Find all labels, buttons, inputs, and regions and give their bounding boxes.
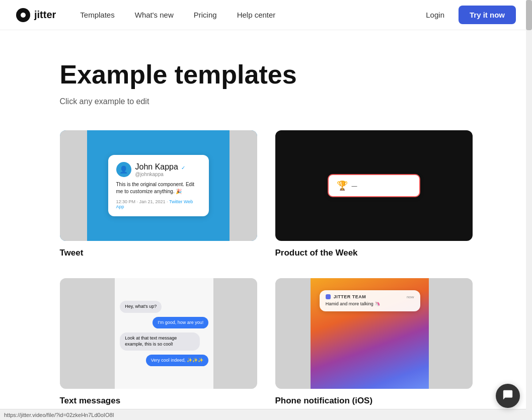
potw-emoji: 🏆 [337, 180, 348, 191]
template-thumb-tweet: 👤 John Kappa ✓ @johnkappa This is the or… [60, 130, 257, 241]
phone-side-right [429, 278, 472, 389]
template-label-messages: Text messages [60, 396, 257, 406]
phone-notif-body: Hamid and more talking 🦄 [326, 301, 414, 307]
tweet-meta: 12:30 PM · Jan 21, 2021 · Twitter Web Ap… [116, 199, 201, 209]
template-label-potw: Product of the Week [275, 248, 473, 258]
tweet-name: John Kappa ✓ [135, 162, 186, 172]
template-card-messages[interactable]: Hey, what's up? I'm good, how are you! L… [60, 278, 257, 406]
tweet-header: 👤 John Kappa ✓ @johnkappa [116, 162, 201, 177]
logo-icon [16, 8, 30, 22]
phone-notif-dot [326, 294, 331, 299]
phone-notification: Jitter Team now Hamid and more talking 🦄 [320, 290, 420, 311]
msg-bubble-1: I'm good, how are you! [153, 317, 208, 329]
template-label-phone: Phone notification (iOS) [275, 396, 473, 406]
logo-text: jitter [34, 9, 56, 21]
tweet-verified-icon: ✓ [181, 165, 185, 171]
main-content: Example templates Click any example to e… [40, 30, 493, 420]
potw-text: — [352, 183, 357, 189]
template-label-tweet: Tweet [60, 248, 257, 258]
chat-icon [502, 389, 513, 403]
tweet-source-link[interactable]: Twitter Web App [116, 199, 193, 209]
page-title: Example templates [60, 60, 473, 89]
status-bar: https://jitter.video/file/?id=02zkeHn7Ld… [0, 409, 526, 420]
template-thumb-messages: Hey, what's up? I'm good, how are you! L… [60, 278, 257, 389]
templates-grid: 👤 John Kappa ✓ @johnkappa This is the or… [60, 130, 473, 406]
tweet-side-right [230, 130, 257, 241]
page-subtitle: Click any example to edit [60, 97, 473, 106]
template-card-potw[interactable]: 🏆 — Product of the Week [275, 130, 473, 258]
messages-side-right [213, 278, 257, 389]
phone-screen: Jitter Team now Hamid and more talking 🦄 [311, 278, 429, 389]
tweet-body: This is the original component. Edit me … [116, 181, 201, 195]
tweet-side-left [60, 130, 88, 241]
nav-right: Login Try it now [420, 6, 516, 24]
try-it-now-button[interactable]: Try it now [459, 6, 516, 24]
phone-notif-app: Jitter Team [334, 294, 366, 299]
nav-link-templates[interactable]: Templates [72, 7, 122, 23]
scrollbar[interactable] [526, 0, 532, 420]
tweet-card: 👤 John Kappa ✓ @johnkappa This is the or… [108, 155, 209, 216]
chat-widget[interactable] [496, 384, 520, 408]
msg-bubble-3: Very cool indeed, ✨✨✨ [146, 355, 209, 367]
nav-link-help-center[interactable]: Help center [229, 7, 284, 23]
tweet-handle: @johnkappa [135, 172, 186, 177]
template-thumb-potw: 🏆 — [275, 130, 473, 241]
status-url: https://jitter.video/file/?id=02zkeHn7Ld… [4, 412, 114, 418]
phone-side-left [275, 278, 311, 389]
template-card-phone[interactable]: Jitter Team now Hamid and more talking 🦄… [275, 278, 473, 406]
msg-bubble-2: Look at that text message example, this … [120, 332, 199, 350]
scrollbar-thumb[interactable] [526, 0, 532, 30]
msg-bubble-0: Hey, what's up? [120, 301, 162, 313]
nav-links: Templates What's new Pricing Help center [72, 7, 420, 23]
login-button[interactable]: Login [420, 7, 450, 23]
tweet-avatar: 👤 [116, 162, 131, 177]
template-thumb-phone: Jitter Team now Hamid and more talking 🦄 [275, 278, 473, 389]
navbar: jitter Templates What's new Pricing Help… [0, 0, 532, 30]
template-card-tweet[interactable]: 👤 John Kappa ✓ @johnkappa This is the or… [60, 130, 257, 258]
messages-side-left [60, 278, 115, 389]
nav-link-whats-new[interactable]: What's new [127, 7, 182, 23]
messages-center: Hey, what's up? I'm good, how are you! L… [115, 278, 213, 389]
phone-notif-header: Jitter Team now [326, 294, 414, 299]
potw-card: 🏆 — [329, 175, 419, 196]
phone-notif-time: now [407, 295, 414, 299]
nav-link-pricing[interactable]: Pricing [186, 7, 225, 23]
tweet-name-block: John Kappa ✓ @johnkappa [135, 162, 186, 177]
logo[interactable]: jitter [16, 8, 56, 22]
